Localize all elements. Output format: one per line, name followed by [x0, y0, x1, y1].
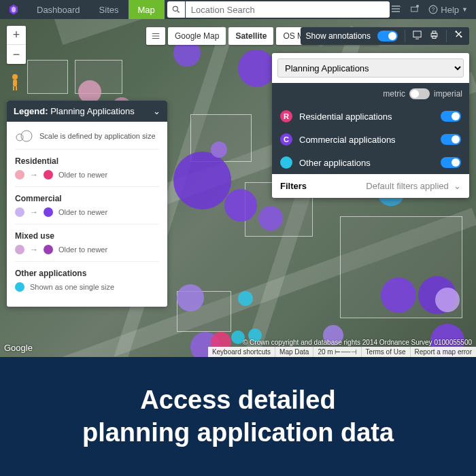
print-icon[interactable] [429, 30, 439, 42]
copyright-text: © Crown copyright and database rights 20… [243, 339, 472, 346]
top-nav: Dashboard Sites Map ? Help ▼ [0, 0, 476, 19]
layer-row-residential: R Residential applications [272, 105, 469, 128]
nav-dashboard[interactable]: Dashboard [27, 0, 90, 19]
residential-badge: R [280, 110, 292, 122]
svg-point-15 [460, 36, 462, 38]
nav-sites[interactable]: Sites [90, 0, 129, 19]
tab-google-map[interactable]: Google Map [168, 27, 226, 45]
google-logo: Google [4, 343, 33, 353]
svg-rect-9 [16, 86, 17, 90]
legend-panel: Legend: Planning Applications ⌄ Scale is… [7, 101, 167, 307]
svg-rect-8 [13, 86, 14, 90]
nav-map[interactable]: Map [129, 0, 165, 19]
layers-panel: Planning Applications metric imperial R … [272, 53, 469, 198]
export-icon[interactable] [412, 30, 422, 42]
notification-icon[interactable] [409, 3, 420, 16]
annotations-toolbar: Show annotations [301, 27, 469, 45]
metric-label: metric [383, 89, 405, 99]
commercial-toggle[interactable] [441, 134, 461, 145]
zoom-in-button[interactable]: + [7, 26, 26, 45]
other-toggle[interactable] [441, 157, 461, 168]
logo[interactable] [0, 0, 27, 19]
svg-point-16 [16, 134, 23, 141]
streetview-pegman[interactable] [8, 73, 22, 91]
svg-rect-7 [13, 80, 17, 86]
attr-keyboard[interactable]: Keyboard shortcuts [208, 347, 275, 357]
svg-text:?: ? [432, 7, 435, 13]
svg-rect-13 [432, 36, 436, 39]
svg-line-1 [177, 11, 180, 13]
svg-point-6 [12, 74, 18, 80]
unit-toggle[interactable] [409, 88, 430, 99]
map-canvas[interactable]: + − Google Map Satellite OS Map Bing Map… [0, 19, 476, 357]
svg-rect-2 [411, 7, 418, 12]
attr-scale: 20 m ⊢──⊣ [313, 347, 360, 357]
layer-row-other: Other applications [272, 151, 469, 174]
attr-mapdata[interactable]: Map Data [275, 347, 313, 357]
layers-icon[interactable] [146, 27, 165, 45]
tab-satellite[interactable]: Satellite [228, 27, 273, 45]
svg-point-14 [456, 31, 458, 33]
annotations-toggle[interactable] [377, 31, 398, 41]
layer-row-commercial: C Commercial applications [272, 128, 469, 151]
legend-collapse-icon[interactable]: ⌄ [153, 106, 160, 116]
tools-icon[interactable] [454, 30, 464, 42]
filters-row[interactable]: Filters Default filters applied ⌄ [272, 174, 469, 198]
commercial-badge: C [280, 133, 292, 146]
svg-rect-10 [413, 31, 421, 37]
svg-point-3 [416, 5, 419, 7]
search-icon[interactable] [167, 1, 185, 18]
zoom-out-button[interactable]: − [7, 45, 26, 64]
svg-rect-12 [432, 31, 436, 33]
imperial-label: imperial [434, 89, 462, 99]
attr-terms[interactable]: Terms of Use [361, 347, 410, 357]
chevron-down-icon: ⌄ [454, 181, 461, 191]
attr-report[interactable]: Report a map error [410, 347, 476, 357]
residential-toggle[interactable] [441, 111, 461, 122]
map-attribution: Keyboard shortcuts Map Data 20 m ⊢──⊣ Te… [208, 347, 476, 357]
promo-banner: Access detailed planning application dat… [0, 357, 476, 476]
svg-point-0 [173, 6, 177, 11]
search-input[interactable] [186, 1, 390, 18]
help-link[interactable]: ? Help ▼ [428, 5, 468, 15]
layer-select[interactable]: Planning Applications [277, 58, 464, 78]
other-badge [280, 156, 292, 169]
svg-rect-11 [431, 33, 437, 37]
zoom-control: + − [7, 26, 26, 64]
show-annotations-label: Show annotations [306, 31, 371, 41]
menu-icon[interactable] [390, 3, 401, 16]
